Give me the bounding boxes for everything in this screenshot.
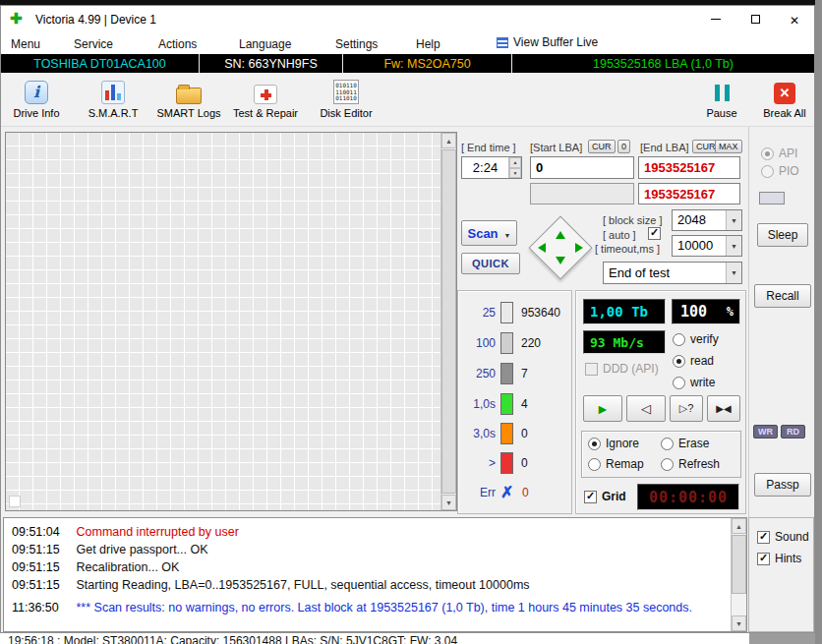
jog-down-icon[interactable]: [556, 257, 565, 264]
hints-checkbox[interactable]: [757, 553, 770, 565]
disk-editor-button[interactable]: 010110 110011 011010 Disk Editor: [314, 75, 379, 124]
ddd-option[interactable]: DDD (API): [585, 362, 659, 376]
start-lba-zero-chip[interactable]: 0: [617, 140, 630, 153]
close-button[interactable]: [775, 6, 814, 32]
maximize-icon: [751, 15, 760, 24]
log-scrollbar[interactable]: [731, 518, 746, 631]
scan-button[interactable]: Scan: [461, 220, 517, 246]
write-option[interactable]: write: [673, 376, 715, 389]
monitor-panel: 1,00 Tb 100 % 93 Mb/s verify read write: [575, 290, 746, 514]
passport-button[interactable]: Passp: [754, 473, 811, 497]
block-size-dropdown[interactable]: 2048: [672, 209, 742, 231]
hints-option[interactable]: Hints: [757, 552, 801, 565]
view-buffer-live-button[interactable]: View Buffer Live: [497, 35, 598, 49]
log-text: Recalibration... OK: [76, 560, 179, 574]
seek-question-button[interactable]: ▷?: [670, 395, 703, 422]
latency-count: 220: [521, 336, 541, 350]
defect-action-group: Ignore Erase Remap Refresh: [581, 431, 741, 478]
minimize-button[interactable]: [696, 6, 735, 32]
grid-scrollbar[interactable]: [440, 133, 456, 510]
ddd-checkbox[interactable]: [585, 363, 598, 376]
scroll-up-icon[interactable]: [441, 133, 456, 148]
remap-radio[interactable]: [588, 458, 601, 471]
verify-radio[interactable]: [673, 333, 685, 346]
start-test-button[interactable]: ►: [583, 395, 622, 422]
break-all-button[interactable]: Break All: [756, 75, 813, 124]
jog-left-icon[interactable]: [538, 243, 546, 253]
log-scrollbar-thumb[interactable]: [732, 535, 746, 594]
maximize-button[interactable]: [735, 6, 775, 32]
scroll-down-icon[interactable]: [732, 615, 746, 631]
refresh-label: Refresh: [678, 457, 720, 471]
start-lba-field[interactable]: 0: [530, 156, 634, 179]
ignore-option[interactable]: Ignore: [588, 437, 639, 450]
end-of-test-dropdown[interactable]: End of test: [603, 262, 742, 284]
app-icon: [10, 12, 26, 28]
read-radio[interactable]: [673, 355, 685, 368]
folder-icon: [176, 88, 202, 104]
spinner-buttons: [508, 157, 521, 178]
pause-button[interactable]: Pause: [695, 75, 748, 124]
title-bar: Victoria 4.99 | Device 1: [1, 6, 814, 32]
timeout-dropdown[interactable]: 10000: [672, 235, 742, 257]
remap-option[interactable]: Remap: [588, 457, 644, 471]
start-lba-cur-chip[interactable]: CUR: [588, 140, 616, 153]
jog-right-icon[interactable]: [575, 243, 583, 253]
refresh-radio[interactable]: [661, 458, 674, 471]
scroll-down-icon[interactable]: [441, 495, 456, 510]
api-radio[interactable]: [761, 147, 774, 160]
menu-item-settings[interactable]: Settings: [331, 35, 382, 53]
end-lba-pass-field[interactable]: 1953525167: [638, 183, 740, 205]
end-lba-max-chip[interactable]: MAX: [715, 140, 742, 153]
sound-checkbox[interactable]: [757, 531, 770, 544]
end-lba-field[interactable]: 1953525167: [638, 156, 740, 179]
jog-up-icon[interactable]: [556, 231, 565, 239]
erase-option[interactable]: Erase: [661, 437, 709, 450]
stat-row-25: 25 953640: [464, 301, 560, 324]
grid-scrollbar-thumb[interactable]: [441, 149, 456, 494]
verify-label: verify: [690, 332, 719, 346]
menu-item-help[interactable]: Help: [412, 35, 444, 53]
rd-button[interactable]: RD: [781, 425, 805, 439]
test-repair-button[interactable]: Test & Repair: [229, 75, 302, 124]
smart-button[interactable]: S.M.A.R.T: [82, 75, 145, 124]
dropdown-arrow-icon[interactable]: [726, 263, 741, 283]
spin-down-icon[interactable]: [509, 168, 521, 179]
grid-checkbox[interactable]: [584, 491, 597, 503]
block-size-value: 2048: [677, 212, 706, 227]
sleep-button[interactable]: Sleep: [757, 223, 808, 247]
wr-button[interactable]: WR: [753, 425, 778, 439]
spin-up-icon[interactable]: [509, 157, 521, 168]
quick-button[interactable]: QUICK: [461, 253, 520, 274]
capacity-display: 1,00 Tb: [583, 299, 666, 324]
end-time-spinner[interactable]: 2:24: [461, 156, 522, 179]
dropdown-arrow-icon[interactable]: [726, 236, 741, 256]
latency-count: 4: [521, 397, 528, 411]
read-option[interactable]: read: [673, 354, 714, 368]
sound-option[interactable]: Sound: [757, 530, 809, 544]
auto-checkbox[interactable]: [648, 227, 661, 240]
scan-grid-box: [5, 132, 457, 511]
seek-bounds-button[interactable]: ▶◀: [707, 395, 740, 422]
refresh-option[interactable]: Refresh: [661, 457, 720, 471]
pio-radio[interactable]: [761, 165, 774, 178]
scroll-up-icon[interactable]: [732, 518, 746, 534]
pio-option[interactable]: PIO: [761, 164, 799, 178]
write-radio[interactable]: [673, 377, 685, 389]
drive-info-button[interactable]: Drive Info: [7, 75, 66, 124]
recall-button[interactable]: Recall: [754, 284, 811, 308]
menu-item-service[interactable]: Service: [70, 35, 117, 53]
menu-item-menu[interactable]: Menu: [7, 35, 44, 53]
status-led: [759, 192, 785, 205]
step-back-button[interactable]: ◁: [626, 395, 666, 422]
ignore-radio[interactable]: [588, 438, 601, 450]
dropdown-arrow-icon[interactable]: [726, 210, 741, 230]
smart-logs-button[interactable]: SMART Logs: [154, 75, 223, 124]
grid-option[interactable]: Grid: [584, 490, 626, 503]
device-model: TOSHIBA DT01ACA100: [1, 54, 200, 73]
api-option[interactable]: API: [761, 146, 797, 160]
menu-item-actions[interactable]: Actions: [154, 35, 201, 53]
menu-item-language[interactable]: Language: [235, 35, 295, 53]
verify-option[interactable]: verify: [673, 332, 719, 346]
erase-radio[interactable]: [661, 438, 674, 450]
